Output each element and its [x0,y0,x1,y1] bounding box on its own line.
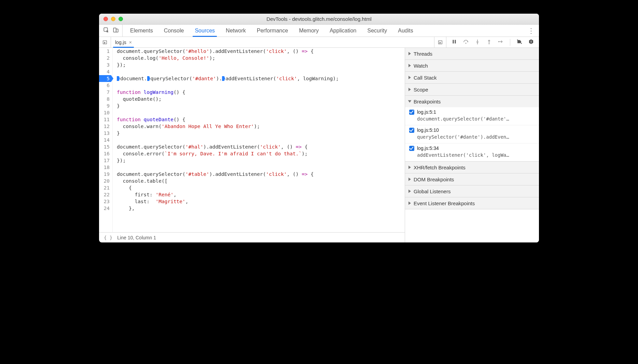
panel-tab-application[interactable]: Application [324,25,362,37]
inline-breakpoint-icon[interactable] [222,76,225,81]
breakpoint-checkbox[interactable] [409,128,414,133]
line-number[interactable]: 5 [99,75,111,82]
zoom-window-button[interactable] [119,17,123,21]
devtools-menu-button[interactable]: ⋮ [527,25,535,37]
line-number[interactable]: 11 [99,116,111,123]
line-number[interactable]: 15 [99,143,111,150]
code-line[interactable] [117,137,339,143]
svg-rect-14 [531,42,531,43]
line-number[interactable]: 6 [99,82,111,89]
code-editor[interactable]: 123456789101112131415161718192021222324 … [99,48,405,242]
step-icon[interactable] [498,39,504,46]
device-toolbar-icon[interactable] [113,27,119,34]
step-over-icon[interactable] [463,39,469,46]
code-line[interactable]: } [117,130,339,137]
code-line[interactable]: console.warn('Abandon Hope All Ye Who En… [117,123,339,130]
scope-section[interactable]: Scope [405,84,539,95]
panel-tab-network[interactable]: Network [220,25,251,37]
line-number[interactable]: 3 [99,61,111,68]
global-listeners-section[interactable]: Global Listeners [405,185,539,197]
code-line[interactable]: document.querySelector('#hal').addEventL… [117,143,339,150]
code-line[interactable]: last: 'Magritte', [117,198,339,205]
inline-breakpoint-icon[interactable] [147,76,150,81]
line-number[interactable]: 12 [99,123,111,130]
line-number[interactable]: 22 [99,191,111,198]
code-line[interactable]: document.querySelector('#dante').addEven… [117,75,339,82]
sources-toolbar: log.js × [99,37,539,48]
line-number[interactable]: 1 [99,48,111,55]
line-number[interactable]: 7 [99,89,111,96]
line-number[interactable]: 18 [99,164,111,171]
file-tab-logjs[interactable]: log.js × [111,37,136,47]
line-number[interactable]: 17 [99,157,111,164]
callstack-section[interactable]: Call Stack [405,72,539,83]
code-line[interactable]: function quoteDante() { [117,116,339,123]
line-number[interactable]: 13 [99,130,111,137]
code-line[interactable]: console.table([ [117,178,339,184]
breakpoints-section[interactable]: Breakpoints [405,96,539,107]
line-number[interactable]: 16 [99,150,111,157]
panel-tab-memory[interactable]: Memory [293,25,324,37]
breakpoint-item[interactable]: log.js:5:34addEventListener('click', log… [405,143,539,161]
breakpoint-checkbox[interactable] [409,146,414,151]
line-number[interactable]: 19 [99,171,111,178]
code-line[interactable]: { [117,184,339,191]
code-line[interactable]: console.log('Hello, Console!'); [117,55,339,61]
dom-breakpoints-section[interactable]: DOM Breakpoints [405,173,539,185]
line-number[interactable]: 23 [99,198,111,205]
watch-section[interactable]: Watch [405,60,539,71]
panel-tab-elements[interactable]: Elements [125,25,158,37]
svg-point-8 [477,43,478,44]
panel-tab-performance[interactable]: Performance [251,25,294,37]
pause-on-exceptions-icon[interactable] [528,39,534,46]
breakpoint-item[interactable]: log.js:5:10querySelector('#dante').addEv… [405,125,539,143]
code-line[interactable]: function logWarning() { [117,89,339,96]
minimize-window-button[interactable] [111,17,115,21]
code-line[interactable]: quoteDante(); [117,96,339,102]
line-number[interactable]: 10 [99,109,111,116]
code-line[interactable]: }); [117,157,339,164]
devtools-panel-tabs: ElementsConsoleSourcesNetworkPerformance… [99,25,539,37]
breakpoint-item[interactable]: log.js:5:1document.querySelector('#dante… [405,107,539,125]
line-number[interactable]: 20 [99,178,111,184]
code-line[interactable] [117,109,339,116]
code-line[interactable] [117,82,339,89]
event-listener-breakpoints-section[interactable]: Event Listener Breakpoints [405,197,539,209]
breakpoint-checkbox[interactable] [409,110,414,115]
line-number[interactable]: 2 [99,55,111,61]
breakpoints-label: Breakpoints [414,99,441,104]
pause-script-icon[interactable] [451,39,457,46]
code-line[interactable] [117,164,339,171]
deactivate-breakpoints-icon[interactable] [516,39,523,46]
line-number[interactable]: 24 [99,205,111,212]
close-window-button[interactable] [103,17,108,21]
panel-tab-sources[interactable]: Sources [189,25,220,37]
panel-tab-audits[interactable]: Audits [392,25,418,37]
code-line[interactable]: } [117,102,339,109]
code-line[interactable]: document.querySelector('#hello').addEven… [117,48,339,55]
line-number[interactable]: 21 [99,184,111,191]
xhr-breakpoints-section[interactable]: XHR/fetch Breakpoints [405,162,539,173]
code-line[interactable]: }); [117,61,339,68]
code-line[interactable]: }, [117,205,339,212]
step-into-icon[interactable] [474,39,481,46]
threads-section[interactable]: Threads [405,48,539,59]
breakpoint-location: log.js:5:34 [417,145,439,151]
code-line[interactable]: document.querySelector('#table').addEven… [117,171,339,178]
panel-tab-security[interactable]: Security [362,25,392,37]
step-out-icon[interactable] [486,39,492,46]
code-line[interactable] [117,68,339,75]
line-number[interactable]: 14 [99,137,111,143]
line-number[interactable]: 4 [99,68,111,75]
line-number[interactable]: 8 [99,96,111,102]
line-number[interactable]: 9 [99,102,111,109]
code-line[interactable]: console.error(`I'm sorry, Dave. I'm afra… [117,150,339,157]
code-line[interactable]: first: 'René', [117,191,339,198]
pretty-print-icon[interactable]: { } [104,235,112,240]
show-debugger-icon[interactable] [434,37,446,47]
inline-breakpoint-icon[interactable] [117,76,120,81]
inspect-element-icon[interactable] [103,27,109,34]
panel-tab-console[interactable]: Console [158,25,190,37]
close-file-tab-icon[interactable]: × [129,40,132,45]
show-navigator-icon[interactable] [99,37,111,47]
